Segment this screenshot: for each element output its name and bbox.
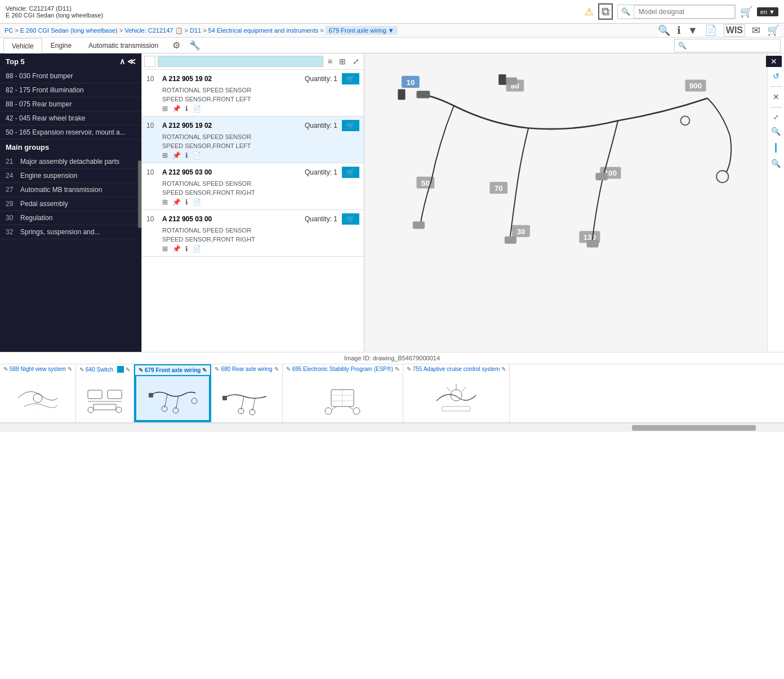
bottom-scrollbar[interactable] [0, 423, 784, 432]
thumb-img-588[interactable] [0, 374, 75, 422]
header-cart-icon[interactable]: 🛒 [740, 6, 752, 18]
wis-icon[interactable]: WIS [724, 24, 745, 37]
left-panel-scrollbar[interactable] [138, 160, 141, 228]
grid-icon-2[interactable]: ⊞ [162, 198, 168, 206]
model-designat-input[interactable] [634, 5, 735, 19]
x-icon[interactable]: ✕ [773, 92, 779, 101]
thumb-edit-icon-695[interactable]: ✎ [286, 366, 291, 372]
thumb-img-679[interactable] [135, 375, 210, 421]
add-to-cart-3[interactable]: 🛒 [342, 213, 359, 225]
grid-icon-1[interactable]: ⊞ [162, 151, 168, 159]
thumb-label-755[interactable]: ✎ 755 Adaptive cruise control system ✎ [403, 364, 510, 374]
breadcrumb-vehicle-id[interactable]: Vehicle: C212147 📋 [124, 27, 182, 34]
expand-icon[interactable]: ⤢ [350, 56, 362, 67]
document-icon[interactable]: 📄 [705, 24, 717, 37]
main-group-27[interactable]: 27 Automatic MB transmission [0, 183, 138, 197]
filter-icon[interactable]: ▼ [688, 25, 698, 37]
lang-selector[interactable]: en ▼ [757, 7, 778, 16]
thumb-edit2-icon-679[interactable]: ✎ [202, 367, 207, 373]
warning-icon[interactable]: ⚠ [585, 6, 594, 18]
breadcrumb-subcategory[interactable]: 679 Front axle wiring ▼ [326, 26, 398, 35]
thumb-img-755[interactable] [403, 374, 510, 422]
scrollbar-thumb[interactable] [632, 425, 756, 431]
wrench-icon[interactable]: 🔧 [186, 38, 204, 53]
thumb-label-640[interactable]: ✎ 640 Switch ✎ [76, 364, 133, 374]
thumb-label-588[interactable]: ✎ 588 Night view system ✎ [0, 364, 75, 374]
breadcrumb-vehicle-model[interactable]: E 260 CGI Sedan (long wheelbase) [20, 27, 118, 34]
top5-item-2[interactable]: 88 - 075 Rear bumper [0, 97, 141, 111]
parts-search-input[interactable] [158, 56, 323, 67]
thumb-img-680[interactable] [211, 374, 282, 422]
main-group-21[interactable]: 21 Major assembly detachable parts [0, 155, 138, 169]
zoom-out-diagram-icon[interactable]: 🔍 [771, 159, 781, 168]
tab-engine[interactable]: Engine [42, 38, 80, 53]
refresh-icon[interactable]: ↺ [773, 72, 779, 81]
expand-diagram-icon[interactable]: ⤢ [773, 113, 779, 121]
thumb-edit-icon-640[interactable]: ✎ [79, 367, 84, 373]
thumb-edit2-icon-588[interactable]: ✎ [68, 366, 72, 372]
top5-item-0[interactable]: 88 - 030 Front bumper [0, 69, 141, 83]
toolbar-cart-icon[interactable]: 🛒 [767, 24, 779, 37]
part-item-1: 10 A 212 905 19 02 Quantity: 1 🛒 ROTATIO… [142, 117, 364, 163]
thumb-edit2-icon-680[interactable]: ✎ [274, 366, 279, 372]
top5-item-1[interactable]: 82 - 175 Front illumination [0, 83, 141, 97]
thumbnail-strip: ✎ 588 Night view system ✎ ✎ 640 Switch ✎ [0, 364, 784, 423]
list-view-icon[interactable]: ≡ [326, 56, 335, 67]
grid-icon-3[interactable]: ⊞ [162, 245, 168, 253]
svg-rect-21 [587, 240, 599, 247]
pin-icon-0[interactable]: 📌 [172, 105, 181, 113]
thumb-edit-icon-680[interactable]: ✎ [215, 366, 219, 372]
thumb-img-695[interactable] [283, 374, 403, 422]
info-icon-1[interactable]: ℹ [185, 151, 188, 159]
grid-view-icon[interactable]: ⊞ [337, 56, 348, 67]
add-to-cart-2[interactable]: 🛒 [342, 167, 359, 178]
tab-search-input[interactable] [690, 39, 780, 52]
tab-automatic-transmission[interactable]: Automatic transmission [80, 38, 167, 53]
add-to-cart-1[interactable]: 🛒 [342, 120, 359, 131]
pin-icon-2[interactable]: 📌 [172, 198, 181, 206]
thumb-label-679[interactable]: ✎ 679 Front axle wiring ✎ [135, 365, 210, 375]
doc-icon-2[interactable]: 📄 [193, 198, 201, 206]
copy-icon[interactable]: ⧉ [598, 3, 613, 20]
breadcrumb-pc[interactable]: PC [5, 27, 13, 34]
doc-icon-1[interactable]: 📄 [193, 151, 201, 159]
top5-item-4[interactable]: 50 - 165 Expansion reservoir, mount a... [0, 126, 141, 140]
top5-item-3[interactable]: 42 - 045 Rear wheel brake [0, 111, 141, 126]
info-icon-2[interactable]: ℹ [185, 198, 188, 206]
checkbox-area[interactable] [144, 56, 155, 67]
pin-icon-1[interactable]: 📌 [172, 151, 181, 159]
thumb-edit2-icon-640[interactable]: ✎ [126, 367, 130, 373]
info-icon[interactable]: ℹ [677, 24, 681, 37]
main-group-24[interactable]: 24 Engine suspension [0, 169, 138, 183]
zoom-in-diagram-icon[interactable]: 🔍 [771, 127, 781, 136]
diagram-close-button[interactable]: ✕ [766, 56, 782, 67]
main-group-32[interactable]: 32 Springs, suspension and... [0, 225, 138, 239]
info-icon-0[interactable]: ℹ [185, 105, 188, 113]
double-left-icon[interactable]: ≪ [127, 57, 136, 66]
tab-vehicle[interactable]: Vehicle [3, 38, 42, 53]
grid-icon-0[interactable]: ⊞ [162, 105, 168, 113]
thumb-edit-icon-588[interactable]: ✎ [3, 366, 8, 372]
pin-side-icon[interactable]: | [774, 141, 777, 153]
settings-icon[interactable]: ⚙ [167, 38, 186, 53]
main-group-29[interactable]: 29 Pedal assembly [0, 197, 138, 211]
thumb-edit2-icon-695[interactable]: ✎ [395, 366, 399, 372]
main-group-30[interactable]: 30 Regulation [0, 211, 138, 225]
pin-icon-3[interactable]: 📌 [172, 245, 181, 253]
thumb-label-695[interactable]: ✎ 695 Electronic Stability Program (ESP®… [283, 364, 403, 374]
info-icon-3[interactable]: ℹ [185, 245, 188, 253]
doc-icon-0[interactable]: 📄 [193, 105, 201, 113]
mail-icon[interactable]: ✉ [752, 24, 760, 37]
thumb-edit-icon-679[interactable]: ✎ [139, 367, 143, 373]
collapse-icon[interactable]: ∧ [119, 57, 125, 66]
zoom-in-icon[interactable]: 🔍 [658, 24, 670, 37]
thumb-item-755: ✎ 755 Adaptive cruise control system ✎ [403, 364, 510, 422]
doc-icon-3[interactable]: 📄 [193, 245, 201, 253]
breadcrumb-d11[interactable]: D11 [190, 27, 201, 34]
thumb-label-680[interactable]: ✎ 680 Rear axle wiring ✎ [211, 364, 282, 374]
thumb-img-640[interactable] [76, 374, 133, 422]
add-to-cart-0[interactable]: 🛒 [342, 73, 359, 84]
thumb-edit-icon-755[interactable]: ✎ [407, 366, 411, 372]
breadcrumb-category[interactable]: 54 Electrical equipment and instruments [208, 27, 319, 34]
thumb-edit2-icon-755[interactable]: ✎ [501, 366, 506, 372]
